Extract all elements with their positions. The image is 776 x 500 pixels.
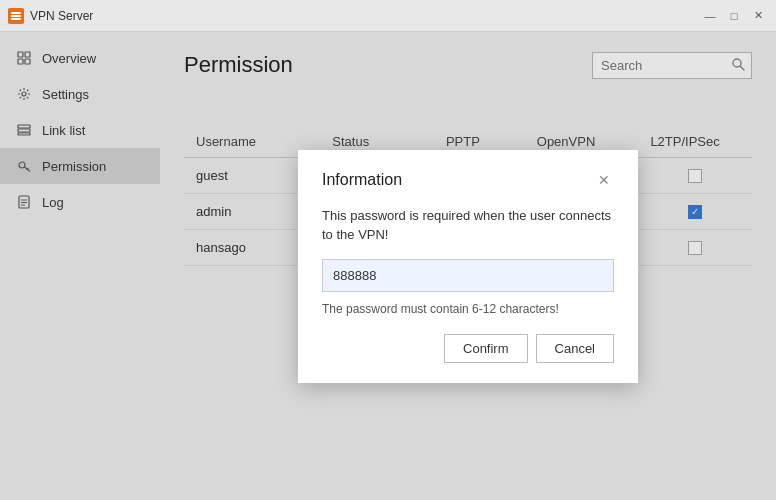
modal-header: Information ✕ — [322, 170, 614, 190]
minimize-button[interactable]: — — [700, 6, 720, 26]
modal-password-input[interactable] — [322, 259, 614, 292]
modal-message: This password is required when the user … — [322, 206, 614, 245]
sidebar-item-permission[interactable]: Permission — [0, 148, 160, 184]
app-icon — [8, 8, 24, 24]
sidebar-label-linklist: Link list — [42, 123, 85, 138]
main-content: Permission Username Status PPTP OpenVPN … — [160, 32, 776, 500]
svg-rect-1 — [11, 12, 21, 14]
svg-rect-10 — [18, 129, 30, 132]
cancel-button[interactable]: Cancel — [536, 334, 614, 363]
file-icon — [16, 194, 32, 210]
titlebar-left: VPN Server — [8, 8, 93, 24]
close-button[interactable]: ✕ — [748, 6, 768, 26]
gear-icon — [16, 86, 32, 102]
sidebar-item-log[interactable]: Log — [0, 184, 160, 220]
sidebar-label-permission: Permission — [42, 159, 106, 174]
sidebar: Overview Settings Link list — [0, 32, 160, 500]
svg-rect-4 — [18, 52, 23, 57]
sidebar-item-settings[interactable]: Settings — [0, 76, 160, 112]
titlebar-title: VPN Server — [30, 9, 93, 23]
svg-rect-2 — [11, 15, 21, 17]
svg-rect-3 — [11, 18, 21, 20]
titlebar-controls: — □ ✕ — [700, 6, 768, 26]
confirm-button[interactable]: Confirm — [444, 334, 528, 363]
svg-rect-7 — [25, 59, 30, 64]
sidebar-item-linklist[interactable]: Link list — [0, 112, 160, 148]
key-icon — [16, 158, 32, 174]
modal-title: Information — [322, 171, 402, 189]
svg-point-8 — [22, 92, 26, 96]
svg-rect-9 — [18, 125, 30, 128]
svg-rect-11 — [18, 133, 30, 135]
sidebar-label-log: Log — [42, 195, 64, 210]
modal-actions: Confirm Cancel — [322, 334, 614, 363]
grid-icon — [16, 50, 32, 66]
svg-rect-5 — [25, 52, 30, 57]
sidebar-label-settings: Settings — [42, 87, 89, 102]
sidebar-item-overview[interactable]: Overview — [0, 40, 160, 76]
sidebar-label-overview: Overview — [42, 51, 96, 66]
modal-dialog: Information ✕ This password is required … — [298, 150, 638, 383]
modal-close-button[interactable]: ✕ — [594, 170, 614, 190]
app-layout: Overview Settings Link list — [0, 32, 776, 500]
layers-icon — [16, 122, 32, 138]
modal-hint: The password must contain 6-12 character… — [322, 302, 614, 316]
maximize-button[interactable]: □ — [724, 6, 744, 26]
titlebar: VPN Server — □ ✕ — [0, 0, 776, 32]
modal-overlay: Information ✕ This password is required … — [160, 32, 776, 500]
svg-rect-6 — [18, 59, 23, 64]
